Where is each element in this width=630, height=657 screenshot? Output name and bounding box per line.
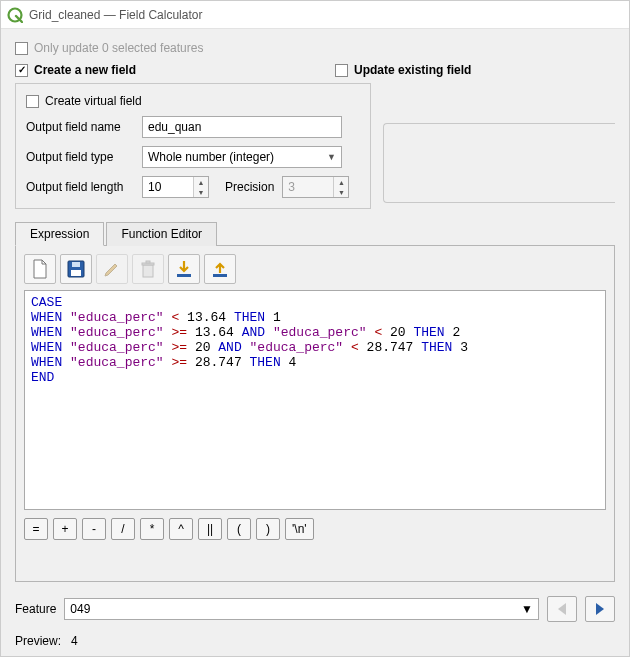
svg-rect-2	[71, 270, 81, 276]
op-minus-button[interactable]: -	[82, 518, 106, 540]
new-expression-button[interactable]	[24, 254, 56, 284]
expression-toolbar	[24, 254, 606, 284]
output-name-row: Output field name	[26, 116, 360, 138]
edit-expression-button	[96, 254, 128, 284]
virtual-field-label: Create virtual field	[45, 94, 142, 108]
output-length-input[interactable]	[143, 177, 193, 197]
create-new-label: Create a new field	[34, 63, 136, 77]
output-length-row: Output field length ▲▼ Precision ▲▼	[26, 176, 360, 198]
op-concat-button[interactable]: ||	[198, 518, 222, 540]
op-plus-button[interactable]: +	[53, 518, 77, 540]
import-expression-button[interactable]	[168, 254, 200, 284]
op-power-button[interactable]: ^	[169, 518, 193, 540]
output-type-select[interactable]: Whole number (integer) ▼	[142, 146, 342, 168]
expression-editor[interactable]: CASE WHEN "educa_perc" < 13.64 THEN 1 WH…	[24, 290, 606, 510]
mode-row: Create a new field Update existing field	[15, 63, 615, 77]
content-area: Only update 0 selected features Create a…	[1, 29, 629, 656]
panels-row: Create virtual field Output field name O…	[15, 83, 615, 209]
precision-spin-buttons: ▲▼	[333, 177, 348, 197]
feature-row: Feature 049 ▼	[15, 596, 615, 622]
virtual-field-row[interactable]: Create virtual field	[26, 94, 360, 108]
triangle-left-icon	[556, 602, 568, 616]
pencil-icon	[103, 260, 121, 278]
download-icon	[175, 259, 193, 279]
prev-feature-button[interactable]	[547, 596, 577, 622]
titlebar: Grid_cleaned — Field Calculator	[1, 1, 629, 29]
new-field-panel: Create virtual field Output field name O…	[15, 83, 371, 209]
op-multiply-button[interactable]: *	[140, 518, 164, 540]
op-equals-button[interactable]: =	[24, 518, 48, 540]
tabs: Expression Function Editor	[15, 221, 615, 246]
only-update-checkbox	[15, 42, 28, 55]
expression-tab-content: CASE WHEN "educa_perc" < 13.64 THEN 1 WH…	[15, 246, 615, 582]
feature-label: Feature	[15, 602, 56, 616]
chevron-down-icon: ▼	[521, 602, 533, 616]
update-existing-checkbox[interactable]	[335, 64, 348, 77]
update-existing-label: Update existing field	[354, 63, 471, 77]
only-update-label: Only update 0 selected features	[34, 41, 203, 55]
svg-rect-3	[72, 262, 80, 267]
feature-value: 049	[70, 602, 90, 616]
chevron-down-icon: ▼	[327, 152, 336, 162]
output-length-spinbox[interactable]: ▲▼	[142, 176, 209, 198]
svg-rect-8	[213, 274, 227, 277]
create-new-option[interactable]: Create a new field	[15, 63, 295, 77]
field-calculator-window: Grid_cleaned — Field Calculator Only upd…	[0, 0, 630, 657]
preview-row: Preview: 4	[15, 634, 615, 648]
file-icon	[31, 259, 49, 279]
save-expression-button[interactable]	[60, 254, 92, 284]
precision-input	[283, 177, 333, 197]
length-spin-buttons[interactable]: ▲▼	[193, 177, 208, 197]
export-expression-button[interactable]	[204, 254, 236, 284]
trash-icon	[140, 260, 156, 278]
output-length-label: Output field length	[26, 180, 134, 194]
output-type-label: Output field type	[26, 150, 134, 164]
save-icon	[67, 260, 85, 278]
update-existing-panel	[383, 123, 615, 203]
precision-spinbox: ▲▼	[282, 176, 349, 198]
preview-value: 4	[71, 634, 78, 648]
tab-expression[interactable]: Expression	[15, 222, 104, 246]
delete-expression-button	[132, 254, 164, 284]
op-divide-button[interactable]: /	[111, 518, 135, 540]
output-name-input[interactable]	[142, 116, 342, 138]
create-new-checkbox[interactable]	[15, 64, 28, 77]
op-newline-button[interactable]: '\n'	[285, 518, 314, 540]
op-lparen-button[interactable]: (	[227, 518, 251, 540]
operator-row: = + - / * ^ || ( ) '\n'	[24, 518, 606, 540]
triangle-right-icon	[594, 602, 606, 616]
virtual-field-checkbox[interactable]	[26, 95, 39, 108]
svg-rect-6	[146, 261, 150, 263]
upload-icon	[211, 259, 229, 279]
qgis-icon	[7, 7, 23, 23]
svg-rect-7	[177, 274, 191, 277]
next-feature-button[interactable]	[585, 596, 615, 622]
feature-select[interactable]: 049 ▼	[64, 598, 539, 620]
only-update-row: Only update 0 selected features	[15, 41, 615, 55]
op-rparen-button[interactable]: )	[256, 518, 280, 540]
update-existing-option[interactable]: Update existing field	[335, 63, 615, 77]
output-type-value: Whole number (integer)	[148, 150, 274, 164]
tab-function-editor[interactable]: Function Editor	[106, 222, 217, 246]
svg-rect-4	[143, 265, 153, 277]
output-name-label: Output field name	[26, 120, 134, 134]
window-title: Grid_cleaned — Field Calculator	[29, 8, 202, 22]
precision-label: Precision	[225, 180, 274, 194]
preview-label: Preview:	[15, 634, 61, 648]
output-type-row: Output field type Whole number (integer)…	[26, 146, 360, 168]
